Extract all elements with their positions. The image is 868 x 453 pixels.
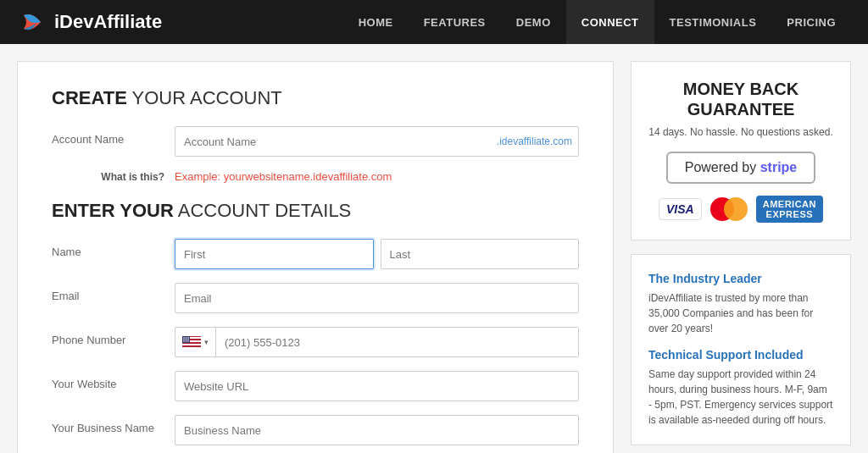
account-details-title: ENTER YOUR ACCOUNT DETAILS [52, 200, 579, 222]
phone-controls: ▾ [175, 327, 579, 357]
technical-support-text: Same day support provided within 24 hour… [648, 367, 833, 428]
svg-point-13 [183, 339, 185, 340]
svg-point-14 [186, 339, 187, 340]
what-is-this-row: What is this? Example: yourwebsitename.i… [52, 170, 579, 183]
nav-demo[interactable]: DEMO [501, 0, 566, 44]
website-input[interactable] [175, 371, 579, 401]
payment-icons: VISA AMERICANEXPRESS [648, 196, 833, 223]
what-is-this-label: What is this? [52, 171, 175, 183]
name-controls [175, 239, 579, 269]
phone-group: Phone Number [52, 327, 579, 357]
phone-flag-selector[interactable]: ▾ [175, 328, 216, 356]
email-group: Email [52, 283, 579, 313]
visa-icon: VISA [659, 198, 702, 220]
phone-wrapper: ▾ [175, 327, 579, 357]
phone-label: Phone Number [52, 327, 175, 346]
what-is-this-example: Example: yourwebsitename.idevaffiliate.c… [175, 170, 392, 183]
svg-point-15 [187, 339, 189, 340]
page-content: CREATE YOUR ACCOUNT Account Name .idevaf… [0, 44, 868, 453]
flag-chevron-icon: ▾ [204, 338, 209, 346]
svg-rect-8 [182, 347, 201, 348]
nav-links: HOME FEATURES DEMO CONNECT TESTIMONIALS … [343, 0, 851, 44]
mastercard-icon [710, 197, 748, 221]
industry-leader-text: iDevAffiliate is trusted by more than 35… [648, 290, 833, 336]
main-form: CREATE YOUR ACCOUNT Account Name .idevaf… [17, 61, 614, 453]
website-group: Your Website [52, 371, 579, 401]
account-name-group: Account Name .idevaffiliate.com [52, 126, 579, 157]
brand: iDevAffiliate [17, 7, 162, 37]
email-input[interactable] [175, 283, 579, 313]
industry-leader-title: The Industry Leader [648, 272, 833, 285]
svg-point-18 [187, 340, 189, 342]
first-name-input[interactable] [175, 239, 374, 269]
email-label: Email [52, 283, 175, 302]
stripe-badge: Powered by stripe [666, 152, 816, 184]
svg-point-12 [187, 337, 189, 339]
account-name-controls: .idevaffiliate.com [175, 126, 579, 157]
name-group: Name [52, 239, 579, 269]
svg-point-11 [186, 337, 187, 339]
svg-point-16 [183, 340, 185, 342]
navbar: iDevAffiliate HOME FEATURES DEMO CONNECT… [0, 0, 868, 44]
money-back-subtitle: 14 days. No hassle. No questions asked. [648, 126, 833, 138]
account-name-label: Account Name [52, 126, 175, 146]
email-controls [175, 283, 579, 313]
mc-circle-right [724, 197, 748, 221]
brand-name: iDevAffiliate [54, 11, 162, 33]
money-back-title: MONEY BACKGUARANTEE [648, 79, 833, 119]
sidebar-info-card: The Industry Leader iDevAffiliate is tru… [631, 254, 851, 445]
phone-input[interactable] [216, 328, 578, 356]
svg-point-17 [186, 340, 187, 342]
money-back-card: MONEY BACKGUARANTEE 14 days. No hassle. … [631, 61, 851, 240]
business-input[interactable] [175, 415, 579, 445]
account-name-wrapper: .idevaffiliate.com [175, 126, 579, 157]
nav-testimonials[interactable]: TESTIMONIALS [654, 0, 772, 44]
nav-home[interactable]: HOME [343, 0, 409, 44]
business-group: Your Business Name [52, 415, 579, 445]
website-controls [175, 371, 579, 401]
us-flag-icon [182, 336, 201, 348]
website-label: Your Website [52, 371, 175, 390]
nav-features[interactable]: FEATURES [409, 0, 501, 44]
business-controls [175, 415, 579, 445]
amex-icon: AMERICANEXPRESS [756, 196, 823, 223]
account-name-input[interactable] [175, 126, 579, 157]
svg-point-10 [183, 337, 185, 339]
nav-connect[interactable]: CONNECT [566, 0, 654, 44]
sidebar: MONEY BACKGUARANTEE 14 days. No hassle. … [614, 61, 851, 453]
name-label: Name [52, 239, 175, 258]
create-account-title: CREATE YOUR ACCOUNT [52, 87, 579, 109]
last-name-input[interactable] [381, 239, 580, 269]
logo-icon [17, 7, 47, 37]
technical-support-title: Technical Support Included [648, 348, 833, 362]
nav-pricing[interactable]: PRICING [771, 0, 851, 44]
svg-rect-7 [182, 345, 201, 347]
svg-rect-6 [182, 344, 201, 345]
business-label: Your Business Name [52, 415, 175, 434]
